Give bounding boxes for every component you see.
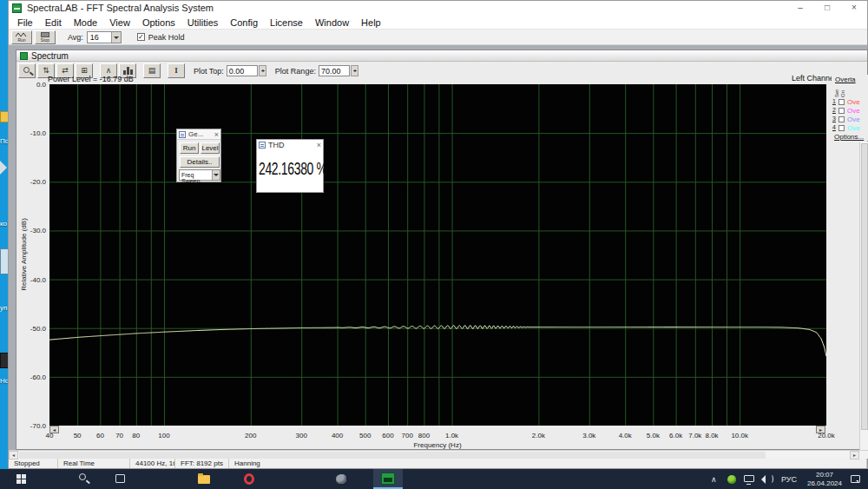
folder-icon <box>198 475 210 484</box>
generator-titlebar[interactable]: Ge... × <box>177 129 220 140</box>
status-segment: FFT: 8192 pts <box>175 459 229 468</box>
marker-button[interactable]: I <box>168 63 185 78</box>
power-level-readout: Power Level = -16.79 dB <box>48 75 134 83</box>
menu-item[interactable]: Window <box>309 16 355 30</box>
notes-button[interactable]: ▤ <box>143 63 161 78</box>
overlays-header[interactable]: Overla <box>835 76 856 83</box>
antivirus-tray-button[interactable] <box>724 469 741 489</box>
close-icon[interactable]: × <box>317 140 321 150</box>
antivirus-icon <box>727 475 736 484</box>
overlay-set-link[interactable]: 4 <box>832 124 836 130</box>
generator-details-button[interactable]: Details.. <box>180 156 220 168</box>
menu-item[interactable]: Help <box>355 16 387 30</box>
close-icon[interactable]: × <box>214 129 219 140</box>
stop-button[interactable]: Stop <box>35 30 56 44</box>
overlay-checkbox[interactable] <box>838 125 845 131</box>
generator-mode-select[interactable]: Freq Sweep <box>179 169 220 181</box>
x-tick-label: 40 <box>46 432 54 439</box>
audio-app-icon <box>336 474 346 484</box>
search-button[interactable] <box>69 469 99 489</box>
time: 20:07 <box>802 471 847 479</box>
statusbar: StoppedReal Time44100 Hz, 16 bit, MonoFF… <box>9 458 867 468</box>
system-tray: ∧ РУС 20:07 26.04.2024 <box>707 469 868 489</box>
y-tick-label: -10.0 <box>30 129 46 137</box>
vertical-scrollbar[interactable] <box>859 142 868 450</box>
file-explorer-button[interactable] <box>189 469 219 489</box>
desktop-send-icon[interactable] <box>0 161 8 178</box>
channel-label: Left Channel <box>775 74 836 83</box>
run-button[interactable]: Run <box>11 30 32 44</box>
overlays-col-set: Set <box>834 83 839 97</box>
tray-chevron-button[interactable]: ∧ <box>707 469 724 489</box>
overlay-row: 3 Ove <box>832 116 868 124</box>
x-tick-label: 700 <box>402 432 413 439</box>
avg-select[interactable]: 16 <box>87 31 122 43</box>
desktop-app-icon[interactable] <box>0 248 8 280</box>
peak-hold-checkbox[interactable]: ✓ <box>137 33 145 41</box>
spectrum-trace <box>49 326 826 357</box>
menu-item[interactable]: Utilities <box>181 16 224 30</box>
spectrum-toolbar: ⇅ ⇄ ⊞ ∧ ▤ I Plot Top: 0.00 Plot Range: 7… <box>16 62 867 80</box>
notification-icon <box>851 475 860 483</box>
main-toolbar: Run Stop Avg: 16 ✓ Peak Hold <box>9 30 867 45</box>
horizontal-scrollbar[interactable]: ◂ ▸ <box>9 450 868 459</box>
status-segment <box>861 459 867 468</box>
x-tick-label: 600 <box>382 432 393 439</box>
menu-item[interactable]: Config <box>224 16 264 30</box>
desktop-shortcut-icon[interactable] <box>0 353 8 375</box>
x-tick-label: 100 <box>158 432 169 439</box>
overlay-set-link[interactable]: 3 <box>832 116 836 122</box>
app-titlebar[interactable]: SpectraLAB - FFT Spectral Analysis Syste… <box>9 1 867 16</box>
notification-center-button[interactable] <box>847 469 865 489</box>
clock[interactable]: 20:07 26.04.2024 <box>802 471 847 488</box>
horizontal-scrollbar-thumb[interactable] <box>19 452 766 459</box>
network-tray-button[interactable] <box>741 469 759 489</box>
overlay-checkbox[interactable] <box>838 108 845 114</box>
overlays-options-link[interactable]: Options... <box>834 133 864 141</box>
chevron-down-icon[interactable] <box>212 170 220 180</box>
x-tick-label: 200 <box>245 432 256 439</box>
scroll-right-icon[interactable]: ▸ <box>850 451 859 459</box>
overlay-set-link[interactable]: 2 <box>832 107 836 113</box>
thd-titlebar[interactable]: THD × <box>257 140 323 152</box>
x-tick-label: 4.0k <box>619 432 632 439</box>
close-button[interactable]: × <box>841 1 867 15</box>
search-icon <box>79 473 86 480</box>
audio-app-button[interactable] <box>326 469 356 489</box>
desktop-folder-icon[interactable] <box>0 96 8 137</box>
language-indicator[interactable]: РУС <box>776 475 802 484</box>
start-button[interactable] <box>7 469 36 489</box>
chevron-down-icon[interactable] <box>111 32 121 43</box>
x-tick-label: 500 <box>359 432 371 439</box>
spectrum-plot[interactable] <box>49 84 826 426</box>
generator-level-button[interactable]: Level <box>201 142 220 154</box>
plot-top-spinner[interactable] <box>259 65 266 76</box>
menu-item[interactable]: License <box>264 16 309 30</box>
menu-item[interactable]: Edit <box>39 16 68 30</box>
menu-item[interactable]: Options <box>136 16 181 30</box>
overlay-set-link[interactable]: 1 <box>832 98 836 104</box>
spectralab-taskbar-button[interactable] <box>373 469 403 489</box>
scroll-left-icon[interactable]: ◂ <box>9 451 18 459</box>
generator-run-button[interactable]: Run <box>180 142 199 154</box>
plot-range-spinner[interactable] <box>351 65 358 76</box>
overlay-checkbox[interactable] <box>838 116 845 122</box>
menu-item[interactable]: Mode <box>68 16 104 30</box>
overlay-checkbox[interactable] <box>838 99 845 105</box>
opera-button[interactable] <box>234 469 264 489</box>
vertical-scrollbar-thumb[interactable] <box>861 143 868 430</box>
volume-tray-button[interactable] <box>759 469 776 489</box>
x-axis-title: Frequency (Hz) <box>413 441 461 449</box>
spectrum-titlebar[interactable]: Spectrum <box>16 50 867 62</box>
minimize-button[interactable]: – <box>787 1 813 15</box>
menu-item[interactable]: View <box>103 16 136 30</box>
plot-top-input[interactable]: 0.00 <box>227 65 258 76</box>
plot-range-input[interactable]: 70.00 <box>319 65 350 76</box>
spectrum-icon <box>20 52 28 60</box>
zoom-button[interactable] <box>18 63 36 78</box>
task-view-button[interactable] <box>106 469 135 489</box>
x-tick-label: 80 <box>132 432 140 439</box>
menu-item[interactable]: File <box>11 16 39 30</box>
maximize-button[interactable]: □ <box>814 1 840 15</box>
windows-logo-icon <box>16 474 26 484</box>
